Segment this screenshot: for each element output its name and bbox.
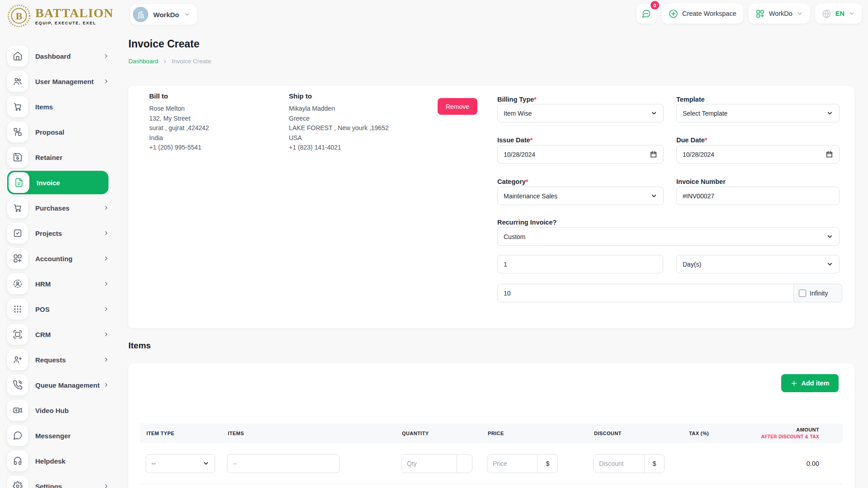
breadcrumb-dashboard-link[interactable]: Dashboard [128,58,158,65]
sidebar-item-queue-management[interactable]: Queue Management [0,372,120,398]
remove-customer-button[interactable]: Remove [438,98,477,115]
discount-input[interactable] [594,455,644,473]
price-input[interactable] [487,455,538,473]
bill-to-heading: Bill to [149,92,269,100]
video-camera-icon [7,400,28,421]
due-date-input[interactable]: 10/28/2024 [676,145,840,164]
workspace-switcher[interactable]: WorkDo [130,4,197,25]
required-asterisk: * [530,136,533,144]
sidebar-item-hrm[interactable]: HRM [0,271,120,296]
currency-addon: $ [644,455,664,473]
chevron-right-icon [103,255,109,262]
chevron-down-icon [651,192,657,199]
breadcrumb: Dashboard Invoice Create [128,58,211,65]
billing-type-select[interactable]: Item Wise [497,104,664,122]
due-date-value: 10/28/2024 [683,151,826,158]
chevron-down-icon [826,110,833,117]
brand-name: BATTALION [35,7,113,19]
sidebar-item-crm[interactable]: CRM [0,322,120,347]
sidebar-item-retainer[interactable]: Retainer [0,145,120,170]
user-plus-icon [7,349,28,370]
sidebar-item-proposal[interactable]: Proposal [0,119,120,145]
col-tax: TAX (%) [683,431,741,436]
items-card: Add item ITEM TYPE ITEMS QUANTITY PRICE … [128,363,854,488]
breadcrumb-current: Invoice Create [172,58,211,65]
invoice-number-input[interactable] [676,187,840,205]
sidebar-item-video-hub[interactable]: Video Hub [0,398,120,423]
sidebar-item-projects[interactable]: Projects [0,221,120,246]
item-type-value: -- [151,460,203,467]
template-select[interactable]: Select Template [676,104,840,122]
price-cell: $ [481,454,588,473]
sidebar-item-purchases[interactable]: Purchases [0,195,120,221]
items-table-header: ITEM TYPE ITEMS QUANTITY PRICE DISCOUNT … [140,423,843,443]
address-line: USA [289,133,409,143]
globe-icon [822,9,831,19]
col-quantity: QUANTITY [396,431,481,436]
sidebar-item-items[interactable]: Items [0,94,120,119]
billing-type-value: Item Wise [504,110,651,117]
issue-date-input[interactable]: 10/28/2024 [497,145,664,164]
messages-button[interactable]: 0 [637,4,656,23]
invoice-number-label: Invoice Number [676,178,726,185]
recurring-invoice-select[interactable]: Custom [497,227,840,246]
add-item-button[interactable]: Add item [781,374,839,392]
infinity-checkbox[interactable] [799,290,806,297]
app-root: B BATTALION EQUIP, EXECUTE, EXEL WorkDo [0,0,868,488]
interval-unit-select[interactable]: Day(s) [676,255,840,273]
sidebar-item-helpdesk[interactable]: Helpdesk [0,448,120,474]
items-table: ITEM TYPE ITEMS QUANTITY PRICE DISCOUNT … [140,423,843,484]
sidebar-item-label: HRM [35,280,51,288]
language-selector[interactable]: EN [815,4,862,23]
interval-count-input[interactable] [497,255,663,273]
sidebar-item-dashboard[interactable]: Dashboard [0,43,120,69]
infinity-addon: Infinity [793,284,842,302]
item-name-input[interactable] [227,454,340,473]
chevron-down-icon [797,10,803,17]
interval-unit-value: Day(s) [683,261,826,268]
create-workspace-button[interactable]: Create Workspace [662,4,743,23]
check-square-icon [7,223,28,244]
address-line: LAKE FOREST , New yourk ,19652 [289,123,409,133]
item-type-select[interactable]: -- [146,454,215,473]
sidebar-item-accounting[interactable]: Accounting [0,246,120,271]
address-line: Mikayla Madden [289,104,409,114]
sidebar-nav: Dashboard User Management Items Proposal… [0,32,120,488]
sidebar-item-requests[interactable]: Requests [0,347,120,372]
plus-icon [790,380,798,387]
price-input-group: $ [487,454,558,473]
sidebar-item-messenger[interactable]: Messenger [0,423,120,448]
chevron-right-icon [103,483,109,488]
plus-circle-icon [669,9,678,19]
building-icon [137,10,145,19]
sidebar-item-label: Projects [35,230,62,237]
workdo-apps-button[interactable]: WorkDo [749,4,810,23]
sidebar-item-label: Retainer [35,154,62,161]
cycles-input[interactable] [498,284,793,302]
brand-logo[interactable]: B BATTALION EQUIP, EXECUTE, EXEL [7,4,113,28]
discount-input-group: $ [593,454,665,473]
chevron-right-icon [103,306,109,312]
sidebar-item-settings[interactable]: Settings [0,474,120,488]
quantity-input[interactable] [401,455,457,473]
col-item-type: ITEM TYPE [140,431,222,436]
sidebar-item-user-management[interactable]: User Management [0,69,120,94]
required-asterisk: * [526,178,528,185]
sidebar-item-label: Settings [35,483,62,488]
category-select[interactable]: Maintenance Sales [497,187,664,205]
grid-plus-icon [755,9,765,19]
amount-header-label: AMOUNT [748,427,819,433]
topbar-actions: 0 Create Workspace WorkDo EN [637,4,862,23]
sidebar-item-label: User Management [35,78,94,85]
col-items: ITEMS [222,431,396,436]
sidebar-item-invoice[interactable]: Invoice [7,171,108,194]
chat-bubble-icon [7,425,28,446]
sidebar-item-label: Helpdesk [35,457,66,465]
currency-addon: $ [538,455,557,473]
required-asterisk: * [705,136,708,144]
chevron-right-icon [162,59,168,64]
chat-bubble-icon [642,9,651,19]
sidebar-item-pos[interactable]: POS [0,296,120,322]
address-line: Greece [289,114,409,124]
svg-text:B: B [16,10,23,22]
